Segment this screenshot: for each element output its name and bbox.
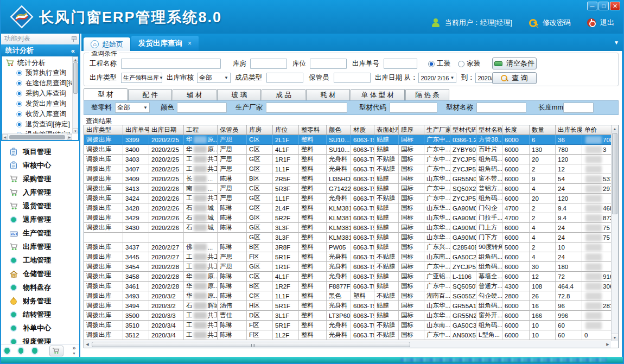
table-row[interactable]: 调拨出库34612020/2/28华原...陈琳B区1R2F整料F8877FT6… (84, 282, 611, 291)
sidebar-module[interactable]: 采购管理 (1, 172, 79, 186)
tree-item[interactable]: 在途信息查询[待 (5, 78, 72, 88)
column-header[interactable]: 颜色 (327, 125, 351, 135)
module-dot-icon[interactable] (32, 348, 37, 354)
tab-home[interactable]: ⌂ 起始页 (84, 37, 130, 51)
table-row[interactable]: 调拨出库34132020/2/26南...严思C区5R3F整料G71422606… (84, 184, 611, 194)
table-row[interactable]: 调拨出库33992020/2/25华原...严思C区2L1F整料SU10...6… (84, 135, 611, 145)
sidebar-module[interactable]: 入库管理 (1, 186, 79, 199)
sidebar-module[interactable]: 审核中心 (1, 158, 79, 172)
sidebar-module[interactable]: 工地管理 (1, 253, 79, 267)
sidebar-module[interactable]: 仓储管理 (1, 267, 79, 280)
close-button[interactable]: ✕ (610, 2, 620, 10)
radio-industrial[interactable]: 工装 (428, 59, 450, 68)
minimize-button[interactable]: ─ (587, 2, 597, 10)
table-horizontal-scrollbar[interactable]: ◀ ▶ (84, 341, 611, 348)
sidebar-module[interactable]: 项目管理 (1, 145, 79, 158)
code-input[interactable] (390, 103, 437, 113)
table-row[interactable]: 调拨出库34542020/2/28工共工程严思G区1R1F整料光身料6063-T… (84, 262, 611, 272)
maximize-button[interactable]: □ (598, 2, 609, 10)
scrollbar-thumb[interactable] (9, 135, 65, 139)
more-modules-button[interactable]: »▼ (72, 346, 76, 356)
table-row[interactable]: 调拨出库34292020/2/26石城陈琳G区5R2F整料KLM38176063… (84, 213, 611, 223)
scroll-up-icon[interactable]: ▲ (73, 56, 78, 62)
sidebar-module[interactable]: 出库管理 (1, 240, 79, 253)
tab-close-icon[interactable]: × (188, 40, 192, 47)
column-header[interactable]: 型材代码 (450, 125, 476, 135)
part-select[interactable]: 全部▼ (115, 103, 150, 113)
scroll-up-icon[interactable]: ▲ (612, 125, 618, 132)
column-header[interactable]: 出库类型 (84, 125, 123, 135)
module-dot-icon[interactable] (4, 348, 10, 354)
sidebar-module[interactable]: 报废管理 (1, 335, 79, 344)
table-row[interactable]: 调拨出库34372020/2/27佛...陈琳B区3R8F整料PW056063-… (84, 242, 611, 252)
tree-item[interactable]: 退库管理[待定] (5, 130, 72, 133)
column-header[interactable]: 表面处理 (374, 125, 399, 135)
sidebar-module[interactable]: 财务管理 (1, 294, 79, 308)
table-row[interactable]: 调拨出库34942020/3/2石辉城汤伟H区5R1F整料光身料6063-T5贴… (84, 301, 611, 311)
table-row[interactable]: 调拨出库34092020/2/25长...陈琳B区2R5F整料LI35HO606… (84, 174, 611, 184)
statistics-section-header[interactable]: 统计分析 « (1, 44, 79, 56)
length-input[interactable] (563, 103, 594, 113)
table-row[interactable]: 调拨出库34242020/2/26工共工程严思G区1L1F整料光身料6063-T… (84, 194, 611, 203)
material-tab[interactable]: 成 品 (262, 89, 305, 100)
scroll-left-icon[interactable]: ◀ (2, 134, 8, 140)
table-row[interactable]: 调拨出库34072020/2/25工共工程严思G区1L1F整料光身料6063-T… (84, 164, 611, 174)
table-row[interactable]: 调拨出库34032020/2/25工共工程严思G区1R1F整料光身料6063-T… (84, 155, 611, 164)
material-tab[interactable]: 隔 热 条 (405, 89, 449, 100)
sidebar-module[interactable]: 补单中心 (1, 321, 79, 335)
table-row[interactable]: G区3L3F整料KLM38176063-T5贴膜国标山东华...GA90M09.… (84, 233, 611, 242)
date-from-select[interactable]: 2020/ 2/16▼ (418, 73, 456, 83)
column-header[interactable]: 出库日期 (149, 125, 184, 135)
tree-item[interactable]: 退货查询[待定] (5, 119, 72, 130)
scrollbar-thumb[interactable] (73, 62, 78, 94)
out-type-select[interactable]: 生产领料出库▼ (121, 73, 162, 83)
sidebar-module[interactable]: 结转管理 (1, 308, 79, 321)
product-type-input[interactable] (266, 73, 303, 83)
material-tab[interactable]: 玻 璃 (217, 89, 261, 100)
column-header[interactable]: 长度 (502, 125, 530, 135)
cart-shortcut-button[interactable] (49, 346, 63, 356)
name-input[interactable] (476, 103, 526, 113)
column-header[interactable]: 型材名称 (476, 125, 502, 135)
table-vertical-scrollbar[interactable]: ▲ ▼ (611, 125, 618, 341)
column-header[interactable]: 整零料 (299, 125, 327, 135)
tab-shipment-query[interactable]: 发货出库查询 × (131, 36, 199, 51)
column-header[interactable]: 出库单号 (123, 125, 149, 135)
scroll-right-icon[interactable]: ▶ (604, 341, 611, 348)
scroll-down-icon[interactable]: ▼ (73, 128, 78, 133)
column-header[interactable]: 保管员 (218, 125, 247, 135)
table-row[interactable]: 调拨出库35002020/3/3工共工程曹佳D区3L1F整料LT3P606063… (84, 311, 611, 321)
column-header[interactable]: 工程 (184, 125, 218, 135)
material-tab[interactable]: 耗 材 (306, 89, 350, 100)
radio-home-decor[interactable]: 家装 (458, 59, 480, 68)
column-header[interactable]: 材质 (351, 125, 374, 135)
material-tab[interactable]: 配 件 (128, 89, 172, 100)
order-no-input[interactable] (384, 59, 417, 69)
table-row[interactable]: 调拨出库34302020/2/26石城陈琳G区3L3F整料KLM38176063… (84, 223, 611, 233)
column-header[interactable]: 库位 (273, 125, 299, 135)
column-header[interactable]: 单价 (582, 125, 611, 135)
sidebar-module[interactable]: 生产管理 (1, 226, 79, 240)
tree-vertical-scrollbar[interactable]: ▲ ▼ (72, 56, 78, 133)
pin-icon[interactable] (71, 36, 76, 42)
search-button[interactable]: 查 询 (492, 72, 537, 84)
material-tab[interactable]: 型 材 (84, 88, 128, 100)
sidebar-module[interactable]: 物料盘存 (1, 280, 79, 294)
logout-link[interactable]: 退出 (600, 18, 614, 28)
tree-item[interactable]: 发货出库查询 (5, 99, 72, 109)
sidebar-module[interactable]: 退货管理 (1, 199, 79, 213)
column-header[interactable]: 膜厚 (399, 125, 424, 135)
column-header[interactable]: 库房 (247, 125, 273, 135)
tree-item[interactable]: 预算执行查询 (5, 68, 72, 78)
scrollbar-thumb[interactable] (92, 342, 410, 347)
warehouse-input[interactable] (250, 59, 287, 69)
color-input[interactable] (177, 103, 227, 113)
material-tab[interactable]: 单 体 型 材 (351, 89, 405, 100)
tree-root[interactable]: 统计分析 (5, 58, 72, 68)
column-header[interactable]: 数量 (530, 125, 556, 135)
clear-conditions-button[interactable]: 清空条件 (492, 58, 537, 69)
table-row[interactable]: 调拨出库35122020/3/4工共工程陈琳F区1L2F整料光身料6063-T5… (84, 330, 611, 340)
material-tab[interactable]: 辅 材 (173, 89, 217, 100)
project-name-input[interactable] (121, 59, 221, 69)
tree-item[interactable]: 收货入库查询 (5, 109, 72, 119)
